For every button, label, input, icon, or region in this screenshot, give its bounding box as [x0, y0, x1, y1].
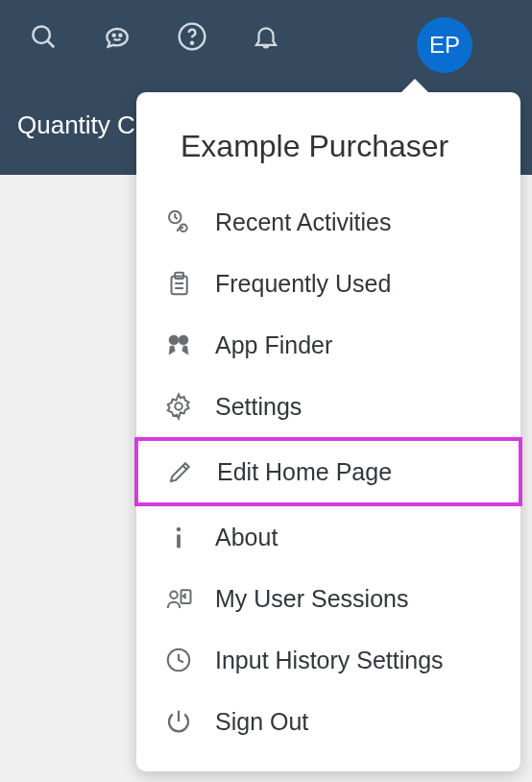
edit-icon — [165, 456, 196, 487]
menu-label: Recent Activities — [215, 208, 391, 236]
sign-out-icon — [163, 706, 194, 737]
help-icon[interactable] — [177, 21, 207, 52]
svg-point-0 — [33, 26, 50, 43]
user-menu-popover: Example Purchaser Recent Activities Freq… — [136, 92, 520, 771]
menu-label: About — [215, 524, 278, 551]
menu-item-app-finder[interactable]: App Finder — [136, 314, 520, 376]
svg-line-15 — [183, 466, 187, 470]
svg-point-18 — [170, 592, 178, 599]
menu-item-edit-home-page[interactable]: Edit Home Page — [134, 437, 522, 506]
svg-point-2 — [113, 35, 115, 37]
avatar-initials: EP — [429, 32, 460, 59]
svg-point-5 — [191, 42, 193, 44]
menu-item-my-user-sessions[interactable]: My User Sessions — [136, 568, 520, 629]
svg-point-13 — [179, 335, 188, 345]
svg-point-14 — [175, 403, 182, 410]
menu-item-sign-out[interactable]: Sign Out — [136, 691, 520, 752]
search-icon[interactable] — [29, 22, 58, 51]
history-icon — [163, 645, 194, 675]
menu-label: Sign Out — [215, 708, 308, 736]
menu-label: App Finder — [215, 331, 332, 359]
menu-item-input-history-settings[interactable]: Input History Settings — [136, 629, 520, 691]
svg-point-12 — [169, 335, 179, 345]
menu-label: My User Sessions — [215, 585, 408, 613]
breadcrumb: Quantity C — [17, 110, 135, 140]
menu-item-settings[interactable]: Settings — [136, 376, 520, 437]
avatar[interactable]: EP — [417, 17, 472, 73]
frequently-used-icon — [163, 268, 194, 299]
settings-icon — [163, 391, 194, 422]
svg-rect-17 — [177, 535, 181, 549]
user-sessions-icon — [163, 583, 194, 614]
menu-label: Frequently Used — [215, 270, 391, 298]
svg-line-1 — [48, 41, 55, 48]
recent-activities-icon — [163, 207, 194, 237]
notifications-icon[interactable] — [252, 22, 280, 51]
menu-label: Edit Home Page — [217, 458, 392, 486]
svg-point-3 — [119, 35, 121, 37]
menu-label: Settings — [215, 393, 302, 421]
user-menu-list: Recent Activities Frequently Used App Fi… — [136, 191, 520, 771]
user-menu-title: Example Purchaser — [136, 92, 520, 191]
menu-item-frequently-used[interactable]: Frequently Used — [136, 253, 520, 314]
menu-item-recent-activities[interactable]: Recent Activities — [136, 191, 520, 253]
app-finder-icon — [163, 330, 194, 360]
menu-item-about[interactable]: About — [136, 506, 520, 568]
chat-icon[interactable] — [102, 21, 133, 52]
menu-label: Input History Settings — [215, 647, 444, 674]
about-icon — [163, 522, 194, 552]
svg-point-16 — [177, 527, 181, 532]
